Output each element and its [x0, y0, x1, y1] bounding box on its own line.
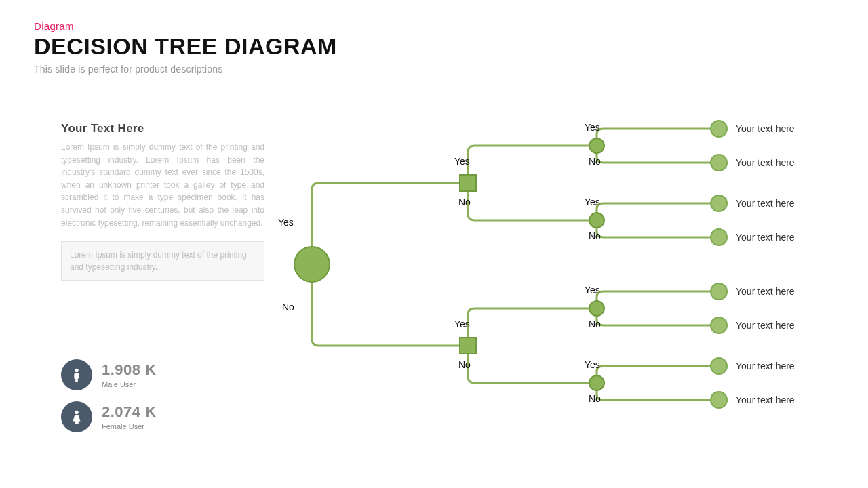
sub-node-3	[589, 301, 604, 316]
male-icon	[61, 359, 92, 390]
label-no: No	[282, 302, 294, 312]
leaf-node	[711, 317, 727, 333]
root-node	[294, 247, 330, 282]
leaf-node	[711, 195, 727, 211]
side-callout-box: Lorem Ipsum is simply dummy text of the …	[61, 241, 264, 281]
stat-female-value: 2.074 K	[102, 403, 157, 421]
side-panel: Your Text Here Lorem Ipsum is simply dum…	[61, 122, 264, 281]
slide-header: Diagram DECISION TREE DIAGRAM This slide…	[34, 20, 337, 75]
stat-female-label: Female User	[102, 422, 157, 430]
leaf-text-4: Your text here	[736, 232, 795, 243]
label-no: No	[458, 359, 471, 370]
female-icon	[61, 401, 92, 432]
label-no: No	[458, 197, 471, 207]
leaf-text-6: Your text here	[736, 320, 795, 331]
leaf-text-2: Your text here	[736, 157, 795, 168]
leaf-text-8: Your text here	[736, 394, 795, 405]
label-yes: Yes	[585, 285, 600, 296]
slide-subtitle: This slide is perfect for product descri…	[34, 64, 337, 75]
leaf-node	[711, 358, 727, 374]
label-no: No	[589, 156, 601, 167]
side-body-text: Lorem Ipsum is simply dummy text of the …	[61, 141, 264, 229]
label-yes: Yes	[585, 359, 600, 370]
sub-node-2	[589, 213, 604, 228]
svg-point-0	[75, 369, 79, 373]
leaf-node	[711, 283, 727, 300]
stat-male-value: 1.908 K	[102, 361, 157, 379]
slide-title: DECISION TREE DIAGRAM	[34, 33, 337, 60]
label-yes: Yes	[454, 156, 470, 167]
leaf-text-5: Your text here	[736, 286, 795, 297]
decision-tree: Yes No Yes No Yes No Yes No Yes No Yes N…	[285, 108, 854, 461]
label-no: No	[589, 393, 601, 404]
label-yes: Yes	[585, 122, 600, 133]
side-heading: Your Text Here	[61, 122, 264, 136]
label-yes: Yes	[585, 197, 600, 207]
leaf-node	[711, 392, 727, 408]
stat-male-label: Male User	[102, 380, 157, 388]
label-no: No	[589, 319, 601, 329]
leaf-node	[711, 121, 727, 137]
sub-node-1	[589, 138, 604, 153]
stats-block: 1.908 K Male User 2.074 K Female User	[61, 359, 157, 443]
branch-node-no	[460, 338, 476, 354]
kicker-label: Diagram	[34, 20, 337, 32]
leaf-text-1: Your text here	[736, 123, 795, 134]
label-yes: Yes	[454, 319, 470, 329]
leaf-text-7: Your text here	[736, 361, 795, 371]
label-no: No	[589, 230, 601, 241]
leaf-node	[711, 155, 727, 171]
leaf-node	[711, 229, 727, 245]
svg-point-1	[75, 411, 79, 415]
sub-node-4	[589, 375, 604, 390]
leaf-text-3: Your text here	[736, 198, 795, 209]
stat-male: 1.908 K Male User	[61, 359, 157, 390]
label-yes: Yes	[278, 217, 294, 228]
stat-female: 2.074 K Female User	[61, 401, 157, 432]
branch-node-yes	[460, 175, 476, 191]
